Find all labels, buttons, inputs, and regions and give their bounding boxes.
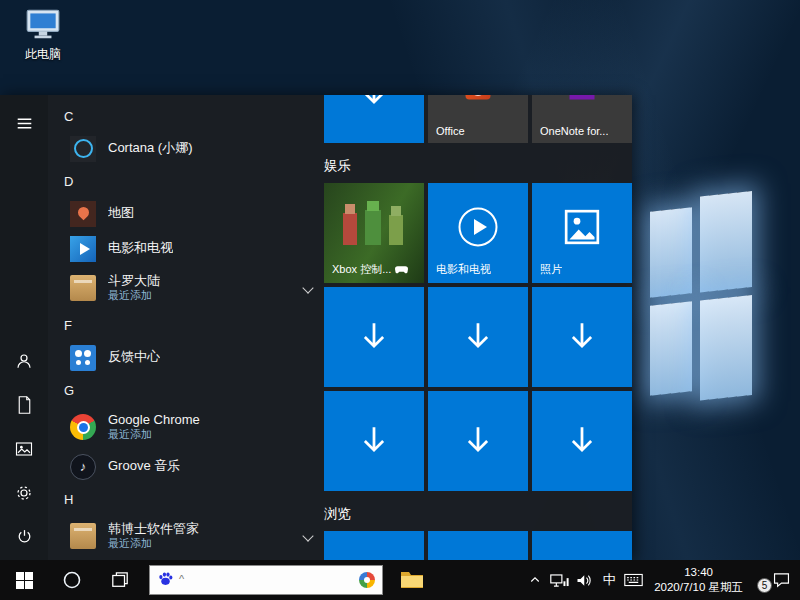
start-button[interactable] — [0, 560, 48, 600]
download-arrow-icon — [464, 321, 492, 353]
file-explorer-button[interactable] — [388, 560, 436, 600]
app-list-item[interactable]: 反馈中心 — [48, 340, 322, 375]
tray-date: 2020/7/10 星期五 — [654, 580, 743, 595]
cortana-button[interactable] — [48, 560, 96, 600]
tile-row — [322, 391, 630, 491]
app-group-header[interactable]: F — [48, 310, 322, 340]
taskbar: ^ 中 13:40 2020/7/10 星期五 — [0, 560, 800, 600]
movies-icon — [70, 236, 96, 262]
app-label: 地图 — [108, 205, 134, 221]
pinwheel-icon[interactable] — [359, 572, 375, 588]
app-sublabel: 最近添加 — [108, 289, 160, 303]
svg-text:N: N — [576, 95, 588, 96]
pending-app-tile[interactable] — [324, 95, 424, 143]
rail-bottom — [0, 340, 48, 560]
app-label: Google Chrome — [108, 412, 200, 428]
system-tray: 中 13:40 2020/7/10 星期五 5 — [522, 560, 800, 600]
app-list-item[interactable]: 斗罗大陆最近添加 — [48, 266, 322, 310]
app-group-header[interactable]: G — [48, 375, 322, 405]
download-arrow-icon — [360, 425, 388, 457]
hamburger-icon — [16, 115, 33, 135]
tile-row: OfficeNOneNote for... — [322, 95, 630, 143]
rail-documents-button[interactable] — [0, 384, 48, 428]
onenote-icon: N — [567, 95, 597, 102]
rail-power-button[interactable] — [0, 516, 48, 560]
pending-app-tile[interactable] — [324, 531, 424, 560]
taskbar-search-box[interactable]: ^ — [149, 565, 383, 595]
app-label: 反馈中心 — [108, 349, 160, 365]
pending-app-tile[interactable] — [532, 531, 632, 560]
computer-icon — [24, 8, 62, 44]
rail-top — [0, 95, 48, 147]
app-group-header[interactable]: C — [48, 101, 322, 131]
app-list-item[interactable]: 电影和电视 — [48, 231, 322, 266]
download-arrow-icon — [360, 95, 388, 109]
settings-icon — [15, 484, 33, 505]
app-tile-movies-tv[interactable]: 电影和电视 — [428, 183, 528, 283]
app-tile-photos[interactable]: 照片 — [532, 183, 632, 283]
app-sublabel: 最近添加 — [108, 537, 199, 551]
pending-app-tile[interactable] — [324, 287, 424, 387]
touch-keyboard-icon[interactable] — [621, 560, 646, 600]
folder-icon — [70, 523, 96, 549]
app-list-item[interactable]: Google Chrome最近添加 — [48, 405, 322, 449]
chevron-down-icon[interactable] — [302, 530, 313, 541]
app-group-header[interactable]: D — [48, 166, 322, 196]
pending-app-tile[interactable] — [532, 391, 632, 491]
search-dropdown-caret[interactable]: ^ — [179, 573, 184, 585]
app-group-header[interactable]: H — [48, 484, 322, 514]
maps-icon — [70, 201, 96, 227]
action-center-button[interactable]: 5 — [751, 560, 800, 600]
app-label: 斗罗大陆 — [108, 273, 160, 289]
gamepad-icon — [395, 264, 408, 276]
ime-indicator[interactable]: 中 — [597, 560, 621, 600]
tile-row — [322, 287, 630, 387]
cortana-icon — [70, 136, 96, 162]
office-icon — [463, 95, 493, 102]
pending-app-tile[interactable] — [324, 391, 424, 491]
folder-icon — [70, 275, 96, 301]
app-tile-office[interactable]: Office — [428, 95, 528, 143]
tile-label: 照片 — [540, 262, 562, 277]
rail-hamburger-button[interactable] — [0, 103, 48, 147]
start-rail — [0, 95, 48, 560]
tile-row — [322, 531, 630, 560]
app-list-item[interactable]: Groove 音乐 — [48, 449, 322, 484]
rail-settings-button[interactable] — [0, 472, 48, 516]
screen: 此电脑 CCortana (小娜)D地图电影和电视斗罗大陆最近添加F反馈中心GG… — [0, 0, 800, 600]
rail-pictures-button[interactable] — [0, 428, 48, 472]
desktop-icon-this-pc[interactable]: 此电脑 — [12, 8, 74, 63]
tile-label: Office — [436, 125, 465, 137]
pictures-icon — [15, 440, 33, 461]
photos-icon — [562, 207, 602, 247]
rail-user-button[interactable] — [0, 340, 48, 384]
movies-tv-icon — [456, 205, 500, 249]
pending-app-tile[interactable] — [532, 287, 632, 387]
app-tile-onenote[interactable]: NOneNote for... — [532, 95, 632, 143]
app-tile-xbox[interactable]: Xbox 控制... — [324, 183, 424, 283]
tray-chevron-up-icon[interactable] — [522, 560, 547, 600]
tile-group-title: 浏览 — [324, 505, 630, 523]
app-label: 电影和电视 — [108, 240, 173, 256]
pending-app-tile[interactable] — [428, 287, 528, 387]
xbox-icon — [338, 199, 410, 255]
chevron-down-icon[interactable] — [302, 282, 313, 293]
app-list-item[interactable]: 韩博士软件管家最近添加 — [48, 514, 322, 558]
wallpaper-window-logo — [650, 190, 758, 409]
tile-group-title: 娱乐 — [324, 157, 630, 175]
app-list: CCortana (小娜)D地图电影和电视斗罗大陆最近添加F反馈中心GGoogl… — [48, 95, 322, 560]
notification-badge: 5 — [757, 578, 772, 593]
volume-icon[interactable] — [572, 560, 597, 600]
task-view-button[interactable] — [96, 560, 144, 600]
pending-app-tile[interactable] — [428, 531, 528, 560]
pending-app-tile[interactable] — [428, 391, 528, 491]
groove-icon — [70, 454, 96, 480]
desktop-icon-label: 此电脑 — [25, 46, 61, 63]
app-list-item[interactable]: Cortana (小娜) — [48, 131, 322, 166]
taskbar-clock[interactable]: 13:40 2020/7/10 星期五 — [646, 560, 751, 600]
tile-row: Xbox 控制...电影和电视照片 — [322, 183, 630, 283]
tile-area: OfficeNOneNote for...娱乐Xbox 控制...电影和电视照片… — [322, 95, 632, 560]
network-icon[interactable] — [547, 560, 572, 600]
app-sublabel: 最近添加 — [108, 428, 200, 442]
app-list-item[interactable]: 地图 — [48, 196, 322, 231]
